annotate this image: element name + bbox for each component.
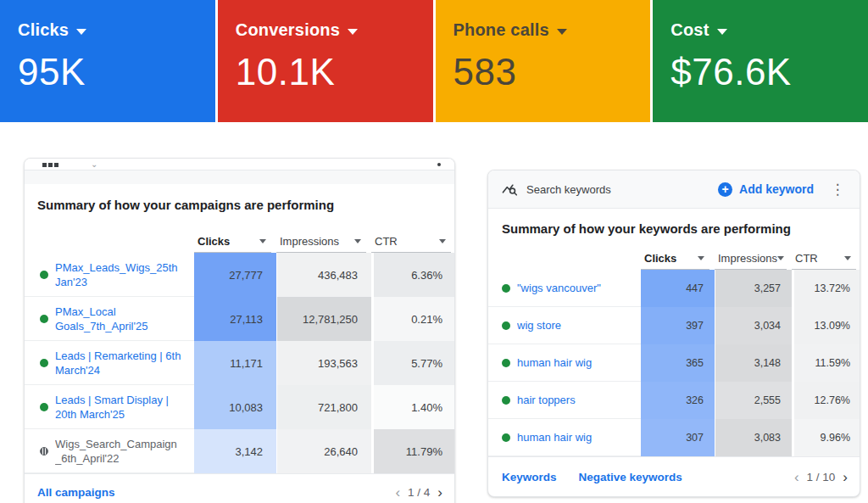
- scorecard-label: Cost: [670, 20, 709, 40]
- column-header-clicks[interactable]: Clicks: [641, 252, 709, 270]
- column-label: CTR: [795, 252, 818, 265]
- campaign-link[interactable]: Leads | Remarketing | 6th March'24: [55, 349, 194, 377]
- scorecard-value: $76.6K: [670, 51, 868, 93]
- campaign-link[interactable]: PMax_Leads_Wigs_25th Jan'23: [55, 260, 194, 289]
- kebab-menu-icon[interactable]: ⋮: [826, 181, 849, 198]
- impressions-cell: 436,483: [276, 253, 371, 297]
- table-row[interactable]: Leads | Remarketing | 6th March'24 11,17…: [25, 341, 454, 385]
- status-cell: [488, 307, 517, 344]
- scorecard-metric-dropdown[interactable]: Clicks: [18, 20, 215, 40]
- ctr-cell: 12.76%: [792, 382, 860, 419]
- table-row[interactable]: Wigs_Search_Campaign _6th_April'22 3,142…: [25, 429, 454, 473]
- pagination: ‹ 1 / 4 ›: [395, 485, 442, 500]
- keywords-overview-card: Search keywords + Add keyword ⋮ Summary …: [487, 170, 860, 497]
- ctr-cell: 1.40%: [371, 385, 455, 429]
- scorecard-label: Conversions: [236, 20, 340, 40]
- ctr-cell: 13.72%: [792, 270, 860, 307]
- scorecard-cost[interactable]: Cost $76.6K: [653, 0, 868, 122]
- add-keyword-label: Add keyword: [739, 182, 814, 196]
- scorecard-metric-dropdown[interactable]: Conversions: [236, 20, 433, 40]
- table-row[interactable]: human hair wig 365 3,148 11.59%: [488, 344, 860, 382]
- status-enabled-icon: [40, 403, 48, 411]
- table-row[interactable]: "wigs vancouver" 447 3,257 13.72%: [488, 270, 860, 307]
- chevron-down-icon: [717, 29, 727, 35]
- status-enabled-icon: [40, 359, 48, 367]
- impressions-cell: 3,148: [715, 344, 792, 382]
- status-cell: [488, 382, 517, 419]
- ctr-cell: 6.36%: [371, 253, 455, 297]
- keyword-link[interactable]: human hair wig: [517, 355, 641, 370]
- column-header-clicks[interactable]: Clicks: [194, 235, 271, 253]
- toolbar-shadow-band: [25, 170, 454, 184]
- keywords-summary-title: Summary of how your keywords are perform…: [488, 209, 860, 244]
- scorecard-value: 583: [453, 51, 651, 93]
- ctr-cell: 11.79%: [371, 429, 455, 473]
- tab-negative-keywords[interactable]: Negative keywords: [579, 471, 682, 483]
- column-label: CTR: [375, 235, 398, 248]
- next-page-icon[interactable]: ›: [437, 485, 442, 500]
- next-page-icon[interactable]: ›: [843, 470, 848, 484]
- scorecard-metric-dropdown[interactable]: Cost: [670, 20, 868, 40]
- scorecard-label: Clicks: [18, 20, 69, 40]
- campaign-link[interactable]: Wigs_Search_Campaign _6th_April'22: [55, 437, 194, 466]
- chevron-down-icon: [777, 256, 784, 260]
- chevron-down-icon: [698, 256, 704, 260]
- impressions-cell: 3,083: [715, 419, 792, 456]
- campaign-link[interactable]: PMax_Local Goals_7th_April'25: [55, 305, 194, 333]
- status-cell: [488, 419, 517, 456]
- scorecard-phone-calls[interactable]: Phone calls 583: [436, 0, 651, 122]
- status-enabled-icon: [502, 433, 510, 442]
- all-campaigns-link[interactable]: All campaigns: [37, 486, 115, 499]
- campaigns-summary-title: Summary of how your campaigns are perfor…: [25, 184, 454, 224]
- impressions-cell: 193,563: [276, 341, 371, 385]
- status-cell: [25, 385, 55, 429]
- table-row[interactable]: PMax_Leads_Wigs_25th Jan'23 27,777 436,4…: [25, 253, 454, 297]
- column-header-ctr[interactable]: CTR: [371, 235, 451, 253]
- scorecard-value: 10.1K: [236, 51, 433, 93]
- column-header-impressions[interactable]: Impressions: [715, 252, 787, 270]
- table-row[interactable]: Leads | Smart Display | 20th March'25 10…: [25, 385, 454, 429]
- status-enabled-icon: [502, 284, 510, 293]
- clicks-cell: 365: [641, 344, 715, 382]
- table-row[interactable]: PMax_Local Goals_7th_April'25 27,113 12,…: [25, 297, 454, 341]
- status-paused-icon: [40, 447, 48, 455]
- clicks-cell: 27,777: [194, 253, 276, 297]
- grid-icon: [54, 163, 58, 167]
- scorecard-clicks[interactable]: Clicks 95K: [0, 0, 215, 122]
- previous-page-icon[interactable]: ‹: [794, 470, 799, 484]
- table-row[interactable]: wig store 397 3,034 13.09%: [488, 307, 860, 344]
- campaign-link[interactable]: Leads | Smart Display | 20th March'25: [55, 393, 194, 422]
- keyword-link[interactable]: wig store: [517, 318, 641, 333]
- keyword-link[interactable]: "wigs vancouver": [517, 281, 641, 295]
- table-row[interactable]: hair toppers 326 2,555 12.76%: [488, 382, 860, 419]
- status-cell: [25, 297, 55, 341]
- scorecard-conversions[interactable]: Conversions 10.1K: [218, 0, 433, 122]
- impressions-cell: 3,034: [715, 307, 792, 344]
- column-header-ctr[interactable]: CTR: [792, 252, 856, 270]
- ctr-cell: 0.21%: [371, 297, 455, 341]
- keywords-footer: Keywords Negative keywords ‹ 1 / 10 ›: [488, 456, 860, 496]
- chevron-down-icon: [557, 29, 567, 35]
- status-enabled-icon: [502, 321, 510, 330]
- add-keyword-button[interactable]: + Add keyword: [713, 179, 819, 200]
- more-menu-icon[interactable]: [437, 163, 441, 166]
- previous-page-icon[interactable]: ‹: [395, 485, 400, 500]
- pagination: ‹ 1 / 10 ›: [794, 470, 848, 484]
- keyword-link[interactable]: human hair wig: [517, 430, 641, 444]
- scorecard-metric-dropdown[interactable]: Phone calls: [453, 20, 651, 40]
- scorecard-value: 95K: [18, 51, 215, 93]
- column-header-impressions[interactable]: Impressions: [276, 235, 366, 253]
- ctr-cell: 13.09%: [792, 307, 860, 344]
- keywords-card-title: Search keywords: [526, 183, 713, 196]
- campaigns-footer: All campaigns ‹ 1 / 4 ›: [25, 473, 454, 503]
- clipped-toolbar: ⌄: [25, 159, 454, 170]
- chevron-down-icon: ⌄: [91, 161, 97, 168]
- keywords-toolbar: Search keywords + Add keyword ⋮: [488, 170, 860, 209]
- keyword-link[interactable]: hair toppers: [517, 393, 641, 407]
- scorecard-label: Phone calls: [453, 20, 549, 40]
- status-cell: [488, 344, 517, 382]
- table-row[interactable]: human hair wig 307 3,083 9.96%: [488, 419, 860, 456]
- column-label: Clicks: [198, 235, 230, 248]
- tab-keywords[interactable]: Keywords: [502, 471, 557, 483]
- column-label: Impressions: [280, 235, 339, 248]
